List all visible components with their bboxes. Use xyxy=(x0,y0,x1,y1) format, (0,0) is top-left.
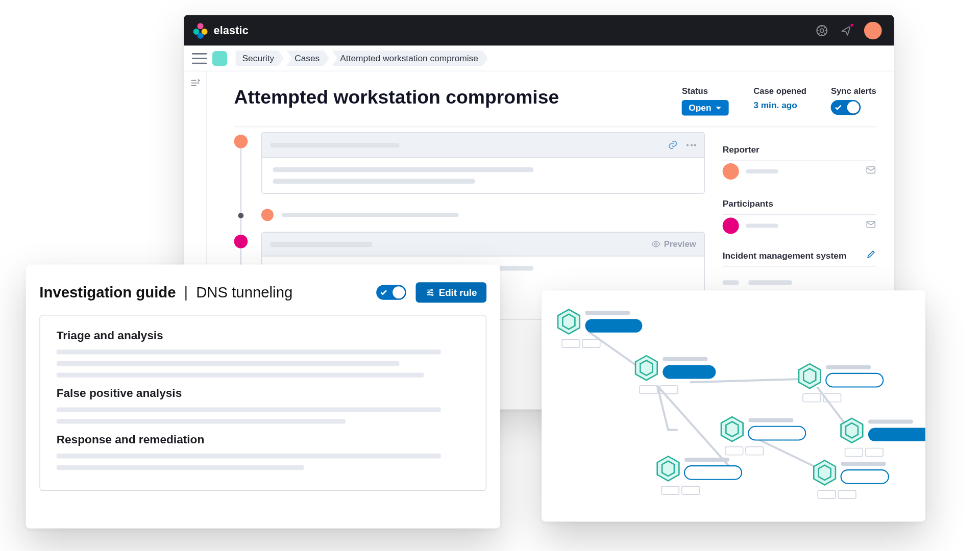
preview-label[interactable]: Preview xyxy=(664,239,696,249)
breadcrumb-cases[interactable]: Cases xyxy=(286,51,329,66)
svg-rect-23 xyxy=(826,373,883,387)
svg-rect-12 xyxy=(562,339,580,347)
help-icon[interactable] xyxy=(815,23,829,37)
opened-value: 3 min. ago xyxy=(753,100,806,110)
section-false-positive: False positive analysis xyxy=(57,387,470,400)
svg-rect-49 xyxy=(838,490,856,498)
breadcrumb-security[interactable]: Security xyxy=(235,51,284,66)
nav-toggle-icon[interactable] xyxy=(192,53,207,63)
svg-rect-13 xyxy=(582,339,600,347)
status-value: Open xyxy=(689,103,711,113)
svg-rect-37 xyxy=(866,448,884,456)
author-avatar xyxy=(261,209,274,221)
chevron-down-icon xyxy=(716,105,722,111)
process-node[interactable] xyxy=(841,418,925,457)
process-node[interactable] xyxy=(657,456,742,494)
status-label: Status xyxy=(682,86,729,96)
section-triage: Triage and analysis xyxy=(57,329,470,343)
svg-rect-32 xyxy=(868,419,913,423)
svg-marker-15 xyxy=(635,356,657,380)
process-node[interactable] xyxy=(799,364,883,402)
process-tree-panel[interactable] xyxy=(542,290,925,521)
link-icon[interactable] xyxy=(668,139,678,150)
process-node[interactable] xyxy=(721,417,805,455)
svg-rect-47 xyxy=(841,470,889,484)
sliders-icon xyxy=(425,288,435,297)
svg-marker-39 xyxy=(657,456,679,481)
edit-rule-label: Edit rule xyxy=(439,287,477,298)
svg-marker-9 xyxy=(558,310,580,334)
guide-title: Investigation guide xyxy=(39,284,176,302)
topbar: elastic xyxy=(184,15,894,45)
newsfeed-icon[interactable] xyxy=(840,23,853,37)
elastic-logo-icon xyxy=(193,23,208,38)
opened-label: Case opened xyxy=(753,86,806,96)
svg-rect-17 xyxy=(663,365,716,379)
svg-point-6 xyxy=(428,292,430,293)
svg-rect-18 xyxy=(640,386,657,394)
participant-row xyxy=(723,215,876,237)
mail-icon[interactable] xyxy=(866,219,876,233)
participants-label: Participants xyxy=(723,198,876,209)
guide-toggle[interactable] xyxy=(376,285,406,300)
incident-mgmt-label: Incident management system xyxy=(723,251,847,261)
reporter-row xyxy=(723,161,876,183)
avatar xyxy=(723,163,739,180)
eye-icon xyxy=(651,239,660,249)
svg-point-2 xyxy=(654,243,657,245)
section-response: Response and remediation xyxy=(57,433,470,447)
svg-rect-29 xyxy=(748,427,805,440)
process-node[interactable] xyxy=(635,356,716,394)
status-dropdown[interactable]: Open xyxy=(682,100,729,116)
guide-content-card: Triage and analysis False positive analy… xyxy=(39,315,486,491)
svg-marker-21 xyxy=(799,364,821,388)
svg-rect-3 xyxy=(867,167,875,173)
guide-subtitle: DNS tunneling xyxy=(196,284,292,302)
activity-system-entry xyxy=(234,205,705,225)
activity-entry xyxy=(234,132,705,194)
edit-icon[interactable] xyxy=(866,249,876,262)
sync-alerts-toggle[interactable] xyxy=(831,100,861,115)
check-icon xyxy=(835,104,843,112)
brand[interactable]: elastic xyxy=(193,23,249,38)
author-avatar xyxy=(234,135,248,148)
process-node[interactable] xyxy=(558,310,642,348)
svg-marker-27 xyxy=(721,417,743,441)
breadcrumb-bar: Security Cases Attempted workstation com… xyxy=(184,45,894,71)
user-avatar[interactable] xyxy=(864,21,882,39)
check-icon xyxy=(380,288,388,296)
svg-rect-38 xyxy=(684,458,729,462)
brand-text: elastic xyxy=(214,24,249,36)
activity-card[interactable] xyxy=(261,132,705,194)
investigation-guide-panel: Investigation guide | DNS tunneling Edit… xyxy=(26,265,500,529)
reporter-label: Reporter xyxy=(723,144,876,155)
process-node[interactable] xyxy=(814,460,889,498)
svg-rect-42 xyxy=(662,486,679,494)
svg-rect-20 xyxy=(826,365,871,369)
svg-rect-35 xyxy=(868,428,925,441)
more-icon[interactable] xyxy=(687,144,696,146)
svg-rect-44 xyxy=(841,462,886,466)
edit-rule-button[interactable]: Edit rule xyxy=(415,282,486,303)
svg-point-1 xyxy=(820,29,824,32)
svg-rect-4 xyxy=(867,221,875,228)
mail-icon[interactable] xyxy=(866,165,876,179)
svg-rect-43 xyxy=(682,486,700,494)
svg-point-5 xyxy=(431,289,432,291)
svg-marker-33 xyxy=(841,418,863,443)
svg-rect-30 xyxy=(725,447,743,455)
svg-rect-26 xyxy=(748,418,793,422)
svg-rect-8 xyxy=(585,311,630,315)
breadcrumb-case-name[interactable]: Attempted workstation compromise xyxy=(332,51,487,66)
avatar xyxy=(723,218,739,234)
svg-rect-14 xyxy=(663,357,707,361)
svg-rect-24 xyxy=(803,394,821,402)
svg-marker-45 xyxy=(814,460,836,485)
space-badge[interactable] xyxy=(212,51,227,65)
svg-rect-36 xyxy=(845,448,863,456)
author-avatar xyxy=(234,235,248,248)
svg-rect-48 xyxy=(818,490,836,498)
svg-rect-41 xyxy=(684,466,742,480)
page-header: Attempted workstation compromise Status … xyxy=(184,71,894,127)
svg-rect-11 xyxy=(585,319,642,333)
